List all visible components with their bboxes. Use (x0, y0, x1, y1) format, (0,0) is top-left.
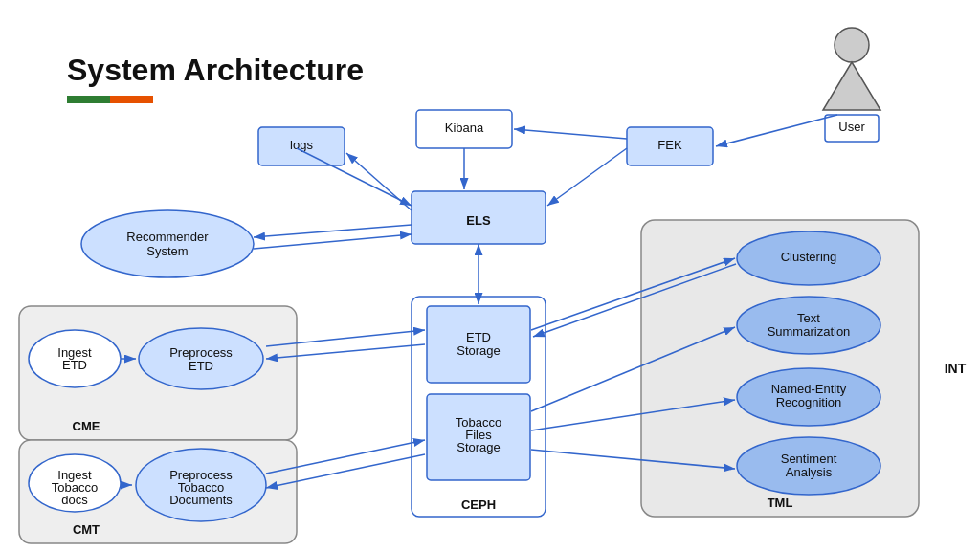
arrow-user-fek (716, 115, 837, 146)
user-text: User (838, 120, 865, 134)
sentiment-text2: Analysis (786, 465, 833, 479)
etd-storage-text2: Storage (457, 343, 501, 358)
arrow-recommender-els (254, 234, 412, 249)
arrow-fek-els (547, 148, 627, 206)
ner-text1: Named-Entity (771, 382, 847, 396)
user-body (823, 62, 880, 110)
kibana-text: Kibana (445, 121, 484, 135)
arrow-els-recommender (254, 225, 412, 237)
preprocess-tobacco-text3: Documents (169, 493, 233, 507)
architecture-diagram: CME CMT Ingest ETD Preprocess ETD Ingest… (0, 0, 980, 551)
user-head (835, 28, 869, 62)
cme-label: CME (73, 419, 100, 433)
arrow-els-logs (346, 153, 412, 210)
tobacco-storage-text3: Storage (457, 440, 501, 454)
cmt-label: CMT (73, 522, 100, 537)
ner-text2: Recognition (776, 395, 842, 409)
recommender-text1: Recommender (126, 230, 209, 244)
ingest-etd-text2: ETD (62, 358, 87, 372)
preprocess-etd-text2: ETD (189, 359, 213, 373)
clustering-text: Clustering (781, 250, 837, 264)
tml-label: TML (768, 496, 793, 510)
arrow-logs-els (297, 148, 412, 206)
int-label: INT (945, 361, 967, 376)
recommender-text2: System (146, 244, 188, 258)
etd-storage-text1: ETD (466, 330, 491, 344)
text-summarization-text2: Summarization (768, 324, 851, 339)
ingest-tobacco-text3: docs (61, 493, 88, 507)
fek-text: FEK (657, 138, 682, 152)
arrow-fek-kibana (514, 129, 627, 139)
slide: System Architecture CME CMT Ingest ETD (0, 0, 980, 551)
text-summarization-text1: Text (797, 311, 820, 325)
sentiment-text1: Sentiment (781, 452, 837, 466)
ceph-label: CEPH (461, 497, 496, 512)
preprocess-etd-text1: Preprocess (169, 345, 233, 360)
els-text: ELS (466, 213, 491, 228)
